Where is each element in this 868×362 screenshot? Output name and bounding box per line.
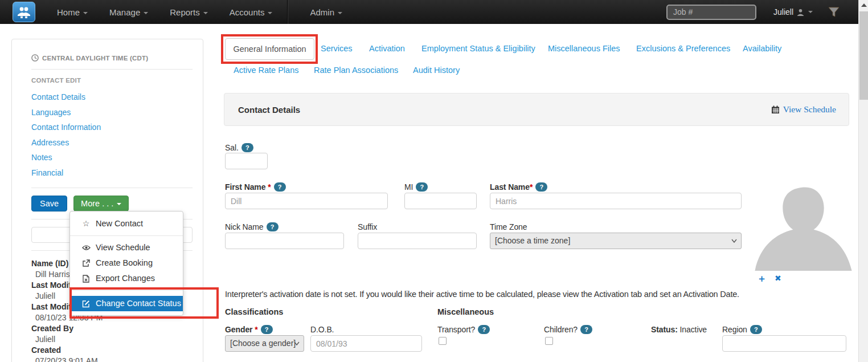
top-nav: Home Manage Reports Accounts Admin Julie… bbox=[0, 0, 858, 24]
first-name-input[interactable] bbox=[225, 193, 388, 209]
children-label: Children?? bbox=[544, 325, 592, 334]
nav-right-group: Juliell bbox=[666, 0, 840, 24]
menu-item-change-contact-status[interactable]: Change Contact Status bbox=[70, 296, 183, 311]
help-icon[interactable]: ? bbox=[535, 182, 547, 192]
sidebar-item-addresses[interactable]: Addresses bbox=[31, 135, 193, 151]
user-menu[interactable]: Juliell bbox=[773, 7, 813, 17]
chevron-down-icon bbox=[808, 11, 813, 13]
mi-label: MI? bbox=[404, 182, 428, 192]
calendar-icon bbox=[771, 105, 780, 114]
help-icon[interactable]: ? bbox=[267, 222, 279, 231]
children-checkbox[interactable] bbox=[545, 337, 553, 345]
vertical-scrollbar[interactable] bbox=[858, 0, 868, 362]
help-icon[interactable]: ? bbox=[580, 325, 592, 334]
help-icon[interactable]: ? bbox=[750, 325, 762, 334]
classifications-heading: Classifications bbox=[225, 307, 283, 316]
time-zone-select[interactable]: [Choose a time zone] bbox=[490, 233, 742, 249]
nav-item-reports[interactable]: Reports bbox=[170, 7, 208, 17]
nick-name-input[interactable] bbox=[225, 233, 344, 249]
created-label: Created bbox=[31, 345, 193, 356]
timezone-row: CENTRAL DAYLIGHT TIME (CDT) bbox=[31, 54, 193, 62]
menu-item-new-contact[interactable]: ☆ New Contact bbox=[70, 216, 183, 231]
job-number-input[interactable] bbox=[666, 5, 756, 20]
save-button[interactable]: Save bbox=[31, 196, 67, 211]
nav-item-manage[interactable]: Manage bbox=[109, 7, 148, 17]
tab-services[interactable]: Services bbox=[321, 44, 353, 53]
more-dropdown-menu: ☆ New Contact View Schedule Create Booki… bbox=[69, 211, 183, 316]
tab-general-information[interactable]: General Information bbox=[225, 38, 314, 60]
mi-input[interactable] bbox=[404, 193, 477, 209]
help-icon[interactable]: ? bbox=[274, 182, 286, 192]
nav-item-accounts[interactable]: Accounts bbox=[230, 7, 273, 17]
nav-separator bbox=[287, 0, 288, 24]
menu-label: Create Booking bbox=[96, 255, 153, 271]
help-icon[interactable]: ? bbox=[261, 325, 273, 334]
person-silhouette-icon bbox=[752, 185, 855, 271]
last-name-input[interactable] bbox=[490, 193, 742, 209]
sidebar-item-contact-information[interactable]: Contact Information bbox=[31, 120, 193, 135]
sal-input[interactable] bbox=[225, 153, 268, 169]
created-by-value: Juliell bbox=[31, 334, 193, 345]
sidebar-item-notes[interactable]: Notes bbox=[31, 150, 193, 165]
tab-audit-history[interactable]: Audit History bbox=[413, 66, 460, 75]
suffix-input[interactable] bbox=[358, 233, 477, 249]
sal-label: Sal.? bbox=[225, 143, 253, 152]
contact-edit-heading: CONTACT EDIT bbox=[31, 77, 193, 84]
app-logo-icon[interactable] bbox=[13, 2, 35, 22]
tab-miscellaneous-files[interactable]: Miscellaneous Files bbox=[548, 44, 620, 53]
help-icon[interactable]: ? bbox=[478, 325, 490, 334]
menu-divider bbox=[70, 290, 183, 291]
edit-icon bbox=[81, 300, 91, 308]
nav-item-home[interactable]: Home bbox=[57, 7, 88, 17]
nav-admin-label: Admin bbox=[310, 7, 334, 17]
menu-item-create-booking[interactable]: Create Booking bbox=[70, 255, 183, 271]
menu-label: View Schedule bbox=[96, 240, 150, 255]
gender-select[interactable]: [Choose a gender] bbox=[225, 335, 304, 352]
remove-photo-button[interactable]: ✖ bbox=[775, 274, 781, 283]
time-zone-value: [Choose a time zone] bbox=[495, 236, 570, 245]
menu-item-export-changes[interactable]: Export Changes bbox=[70, 271, 183, 286]
file-icon bbox=[81, 275, 91, 283]
filter-funnel-icon[interactable] bbox=[828, 6, 840, 18]
sidebar-item-languages[interactable]: Languages bbox=[31, 105, 193, 120]
chevron-down-icon bbox=[117, 203, 121, 205]
help-icon[interactable]: ? bbox=[416, 182, 428, 192]
gender-value: [Choose a gender] bbox=[230, 339, 296, 348]
sidebar-item-financial[interactable]: Financial bbox=[31, 165, 193, 181]
menu-label: Change Contact Status bbox=[96, 296, 181, 311]
tab-active-rate-plans[interactable]: Active Rate Plans bbox=[234, 66, 298, 75]
tab-employment-status[interactable]: Employment Status & Eligibility bbox=[421, 44, 535, 53]
nav-item-admin[interactable]: Admin bbox=[310, 7, 342, 17]
transport-checkbox[interactable] bbox=[439, 337, 447, 345]
tab-activation[interactable]: Activation bbox=[369, 44, 405, 53]
sidebar-button-row: Save More . . . bbox=[31, 196, 193, 211]
chevron-down-icon bbox=[83, 12, 88, 14]
nick-name-label: Nick Name? bbox=[225, 222, 279, 231]
timezone-label: CENTRAL DAYLIGHT TIME (CDT) bbox=[42, 55, 148, 62]
view-schedule-link[interactable]: View Schedule bbox=[771, 104, 836, 115]
menu-item-view-schedule[interactable]: View Schedule bbox=[70, 240, 183, 255]
tab-exclusions-preferences[interactable]: Exclusions & Preferences bbox=[636, 44, 730, 53]
help-icon[interactable]: ? bbox=[241, 143, 253, 152]
time-zone-label: Time Zone bbox=[490, 222, 527, 231]
tab-rate-plan-associations[interactable]: Rate Plan Associations bbox=[314, 66, 398, 75]
dob-label: D.O.B. bbox=[310, 325, 334, 334]
region-input[interactable] bbox=[722, 335, 846, 352]
scrollbar-thumb[interactable] bbox=[859, 11, 868, 100]
add-photo-button[interactable]: ＋ bbox=[757, 272, 767, 285]
dob-input[interactable] bbox=[310, 335, 422, 352]
region-label: Region? bbox=[722, 325, 762, 334]
tab-availability[interactable]: Availability bbox=[743, 44, 781, 53]
transport-label: Transport?? bbox=[437, 325, 490, 334]
chevron-down-icon bbox=[203, 12, 208, 14]
nav-manage-label: Manage bbox=[109, 7, 140, 17]
scrollbar-up-arrow-icon[interactable] bbox=[861, 3, 867, 7]
divider bbox=[31, 69, 193, 70]
sidebar-item-contact-details[interactable]: Contact Details bbox=[31, 90, 193, 105]
more-button[interactable]: More . . . bbox=[73, 196, 129, 211]
people-logo-glyph bbox=[17, 5, 31, 19]
created-value: 07/20/23 9:01 AM bbox=[31, 356, 193, 362]
chevron-down-icon bbox=[294, 341, 300, 345]
gender-label: Gender *? bbox=[225, 325, 273, 334]
chevron-down-icon bbox=[268, 12, 272, 14]
